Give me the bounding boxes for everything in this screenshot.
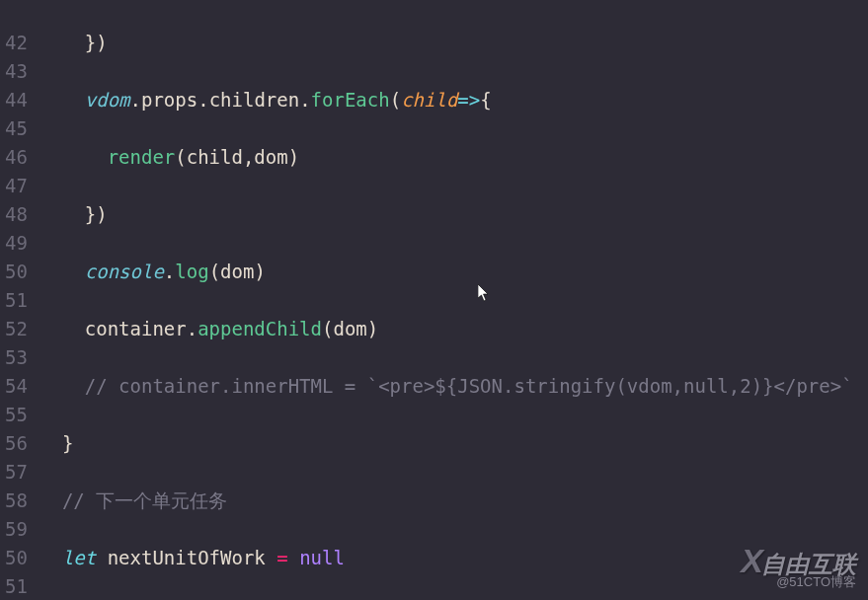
code-line[interactable]: render(child,dom) (39, 143, 868, 172)
line-number: 46 (0, 143, 28, 172)
code-area[interactable]: }) vdom.props.children.forEach(child=>{ … (39, 0, 868, 600)
line-number: 49 (0, 229, 28, 258)
code-line[interactable]: }) (39, 29, 868, 57)
line-number: 59 (0, 515, 28, 544)
code-line[interactable]: // container.innerHTML = `<pre>${JSON.st… (39, 372, 868, 401)
code-line[interactable]: }) (39, 200, 868, 229)
line-number (0, 0, 28, 29)
line-number: 48 (0, 200, 28, 229)
line-number: 44 (0, 86, 28, 114)
line-number: 52 (0, 315, 28, 343)
line-number: 45 (0, 114, 28, 143)
line-number: 42 (0, 29, 28, 57)
line-number: 53 (0, 343, 28, 372)
line-number: 58 (0, 487, 28, 515)
line-number: 55 (0, 401, 28, 429)
watermark-sub: @51CTO博客 (776, 567, 856, 596)
code-line[interactable]: container.appendChild(dom) (39, 315, 868, 343)
line-number: 56 (0, 429, 28, 458)
line-number: 50 (0, 544, 28, 572)
line-number: 43 (0, 57, 28, 86)
line-number: 54 (0, 372, 28, 401)
code-line[interactable]: console.log(dom) (39, 258, 868, 286)
line-number: 47 (0, 172, 28, 200)
line-gutter: 42 43 44 45 46 47 48 49 50 51 52 53 54 5… (0, 0, 39, 600)
line-number: 57 (0, 458, 28, 487)
code-line[interactable]: vdom.props.children.forEach(child=>{ (39, 86, 868, 114)
line-number: 51 (0, 286, 28, 315)
line-number: 50 (0, 258, 28, 286)
code-line[interactable]: } (39, 429, 868, 458)
code-line[interactable]: // 下一个单元任务 (39, 487, 868, 515)
code-editor[interactable]: 42 43 44 45 46 47 48 49 50 51 52 53 54 5… (0, 0, 868, 600)
line-number: 51 (0, 572, 28, 600)
